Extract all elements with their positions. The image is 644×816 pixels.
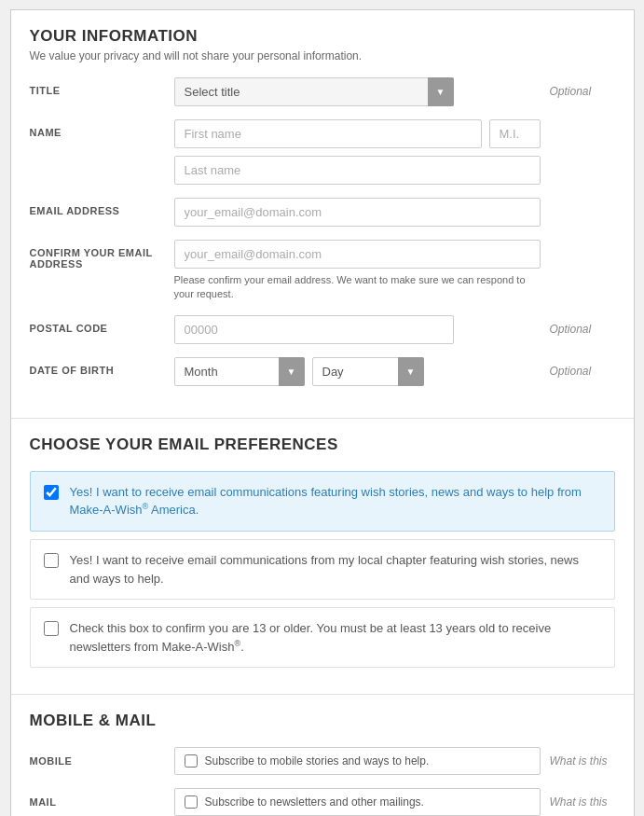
title-optional: Optional [541,77,615,98]
dob-optional: Optional [541,357,615,378]
email-input[interactable] [174,198,541,227]
first-name-input[interactable] [174,119,482,148]
email-preferences-title: CHOOSE YOUR EMAIL PREFERENCES [30,436,615,454]
mail-checkbox-label[interactable]: Subscribe to newsletters and other maili… [174,788,541,816]
mi-input[interactable] [489,119,541,148]
mobile-checkbox-label[interactable]: Subscribe to mobile stories and ways to … [174,747,541,775]
pref-text-3: Check this box to confirm you are 13 or … [70,619,601,656]
confirm-email-hint: Please confirm your email address. We wa… [174,273,541,302]
name-label: NAME [30,119,174,138]
title-label: TITLE [30,77,174,96]
mail-label: MAIL [30,796,174,808]
mail-row: MAIL Subscribe to newsletters and other … [30,788,615,816]
mail-checkbox[interactable] [185,795,198,809]
mail-field: Subscribe to newsletters and other maili… [174,788,541,816]
email-label: EMAIL ADDRESS [30,198,174,216]
mobile-checkbox[interactable] [185,754,198,768]
mobile-label: MOBILE [30,755,174,767]
postal-code-optional: Optional [541,315,615,336]
your-information-subtitle: We value your privacy and will not share… [30,49,615,62]
title-select-wrapper: Select title Mr. Mrs. Ms. Dr. [174,77,454,106]
mobile-field: Subscribe to mobile stories and ways to … [174,747,541,775]
email-optional [541,198,615,205]
dob-label: DATE OF BIRTH [30,357,174,376]
your-information-title: YOUR INFORMATION [30,27,615,46]
month-select[interactable]: Month January February March April May J… [174,357,305,386]
postal-code-input[interactable] [174,315,454,344]
mobile-what-is-this[interactable]: What is this [541,754,615,768]
last-name-input[interactable] [174,156,541,185]
postal-code-label: POSTAL CODE [30,315,174,334]
day-select-wrapper: Day 12345 678910 1112131415 1617181920 2… [312,357,424,386]
confirm-email-label: CONFIRM YOUR EMAIL ADDRESS [30,240,174,270]
title-select[interactable]: Select title Mr. Mrs. Ms. Dr. [174,77,454,106]
pref-item-2[interactable]: Yes! I want to receive email communicati… [30,539,615,600]
month-select-wrapper: Month January February March April May J… [174,357,305,386]
confirm-email-input[interactable] [174,240,541,269]
name-optional [541,119,615,127]
pref-text-1: Yes! I want to receive email communicati… [70,483,601,519]
pref-checkbox-2[interactable] [44,553,59,568]
mail-what-is-this[interactable]: What is this [541,795,615,809]
pref-item-3[interactable]: Check this box to confirm you are 13 or … [30,607,615,668]
pref-checkbox-3[interactable] [44,621,59,636]
pref-item-1[interactable]: Yes! I want to receive email communicati… [30,471,615,532]
mobile-mail-title: MOBILE & MAIL [30,712,615,730]
day-select[interactable]: Day 12345 678910 1112131415 1617181920 2… [312,357,424,386]
mobile-checkbox-text: Subscribe to mobile stories and ways to … [205,754,430,768]
pref-checkbox-1[interactable] [44,485,59,500]
pref-text-2: Yes! I want to receive email communicati… [70,551,601,588]
mail-checkbox-text: Subscribe to newsletters and other maili… [205,795,424,809]
confirm-email-optional [541,240,615,247]
mobile-row: MOBILE Subscribe to mobile stories and w… [30,747,615,775]
